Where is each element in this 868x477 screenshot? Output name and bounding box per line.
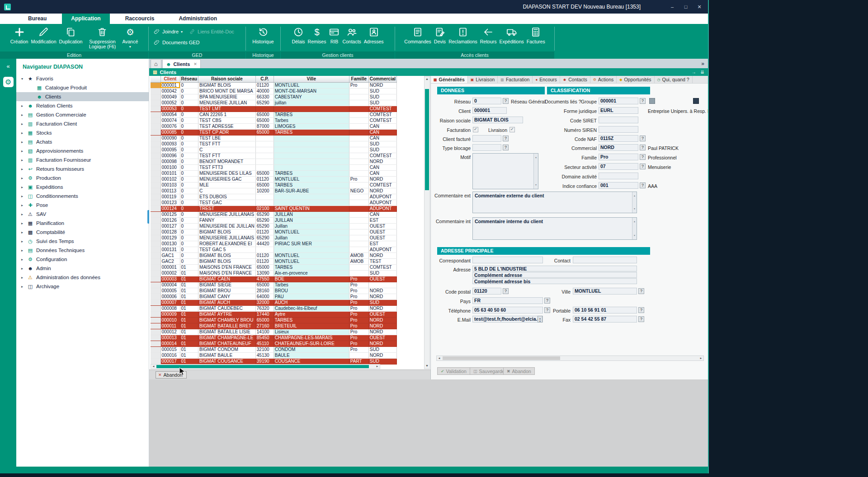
scroll-right-arrow[interactable]: ► [375, 365, 380, 369]
row-selector[interactable] [151, 241, 160, 247]
grid-cell[interactable]: 000001 [160, 264, 180, 270]
grid-cell[interactable]: 01120 [255, 258, 274, 264]
domaine-activite-input[interactable] [599, 173, 638, 179]
row-selector[interactable] [151, 153, 160, 159]
tab-overflow-button[interactable]: » [701, 61, 704, 67]
grid-cell[interactable]: 32000 [255, 299, 274, 305]
grid-cell[interactable]: OUEST [368, 276, 396, 282]
grid-cell[interactable]: NORD [368, 323, 396, 329]
column-header-raison-sociale[interactable]: Raison sociale [198, 76, 256, 82]
group-grid-button[interactable] [649, 98, 655, 104]
sidebar-item-favoris[interactable]: ▾★Favoris [16, 74, 149, 83]
groupe-input[interactable]: 000001 [599, 98, 638, 104]
grid-cell[interactable]: JUILLAN [274, 211, 349, 217]
grid-cell[interactable] [349, 147, 368, 153]
table-row[interactable]: 0001240TREST02100SAINT QUENTINADUPONT [151, 206, 397, 211]
grid-cell[interactable]: 39190 [255, 358, 274, 364]
grid-cell[interactable]: TEST CBS [198, 117, 256, 123]
table-row[interactable]: 0001030MLE65000TARBESCOMTEST [151, 182, 397, 188]
table-row[interactable]: 0001020MENUISERIES GAC01120MONTLUELProNO… [151, 176, 397, 182]
grid-cell[interactable]: GAC1 [160, 253, 180, 258]
grid-cell[interactable]: COMTEST [368, 117, 396, 123]
grid-cell[interactable] [349, 159, 368, 164]
row-selector[interactable] [151, 258, 160, 264]
grid-cell[interactable]: BIGMAT BATAILLE LISIE [198, 329, 256, 335]
grid-cell[interactable]: TEST LMT [198, 106, 256, 112]
grid-cell[interactable]: ADUPONT [368, 247, 396, 253]
row-selector[interactable] [151, 217, 160, 223]
grid-cell[interactable]: 000093 [160, 141, 180, 147]
row-selector[interactable] [151, 117, 160, 123]
grid-cell[interactable]: 65000 [255, 317, 274, 323]
column-header-client[interactable]: Client [160, 76, 180, 82]
grid-cell[interactable] [349, 153, 368, 159]
grid-cell[interactable]: CAN [368, 123, 396, 129]
table-row[interactable]: 0000540CAN 22265 165000TARBESCOMTEST [151, 112, 397, 117]
grid-cell[interactable]: 01 [180, 270, 198, 276]
sidebar-item-pose[interactable]: ▸✚Pose [16, 201, 149, 210]
grid-cell[interactable]: NORD [368, 341, 396, 346]
grid-cell[interactable]: 65000 [255, 182, 274, 188]
chevron-right-icon[interactable]: ▸ [20, 276, 24, 280]
correspondant-input[interactable] [472, 257, 543, 263]
table-row[interactable]: 0000420BRICO MONT DE MARSA40000MONT-DE-M… [151, 88, 397, 94]
grid-cell[interactable] [349, 229, 368, 235]
row-selector[interactable] [151, 82, 160, 88]
ville-input[interactable]: MONTLUEL [573, 288, 637, 295]
grid-cell[interactable]: SAINT QUENTIN [274, 206, 349, 211]
grid-cell[interactable]: 01 [180, 294, 198, 299]
scroll-thumb[interactable] [425, 89, 429, 190]
table-row[interactable]: 0000900TEST LBECAN [151, 135, 397, 141]
grid-cell[interactable]: NEGO [349, 188, 368, 194]
grid-cell[interactable]: BIGMAT BLOIS [198, 258, 256, 264]
contact-input[interactable] [573, 257, 637, 263]
grid-cell[interactable] [255, 200, 274, 206]
grid-cell[interactable]: MONT-DE-MARSAN [274, 88, 349, 94]
chevron-down-icon[interactable]: ▾ [20, 77, 24, 81]
grid-cell[interactable]: TEST FTT [198, 141, 256, 147]
grid-cell[interactable]: 40000 [255, 88, 274, 94]
grid-cell[interactable] [349, 352, 368, 358]
sidebar-item-clients[interactable]: ☻Clients [16, 92, 149, 101]
grid-cell[interactable]: 000049 [160, 94, 180, 100]
grid-cell[interactable]: AMOB [349, 253, 368, 258]
grid-cell[interactable]: TEST CP ADR [198, 129, 256, 135]
table-row[interactable]: 00001101BIGMAT BATAILLE BRET27160BRETEUI… [151, 323, 397, 329]
grid-cell[interactable]: 000074 [160, 117, 180, 123]
grid-cell[interactable]: SUD [368, 346, 396, 352]
scroll-right-arrow[interactable]: ► [698, 356, 703, 360]
grid-cell[interactable]: 0 [180, 141, 198, 147]
grid-cell[interactable]: Pro [349, 341, 368, 346]
chevron-right-icon[interactable]: ▸ [20, 194, 24, 198]
grid-cell[interactable]: BIGMAT COUSANCE [198, 358, 256, 364]
code-postal-input[interactable]: 01120 [472, 288, 501, 295]
grid-cell[interactable]: 65000 [255, 117, 274, 123]
grid-cell[interactable] [349, 88, 368, 94]
historique-button[interactable]: Historique [251, 25, 275, 45]
grid-cell[interactable]: Pro [349, 82, 368, 88]
grid-cell[interactable]: 0 [180, 206, 198, 211]
row-selector[interactable] [151, 100, 160, 106]
grid-cell[interactable]: BIGMAT AYTRE [198, 311, 256, 317]
grid-cell[interactable]: ROBERT ALEXANDRE EI [198, 241, 256, 247]
row-selector[interactable] [151, 358, 160, 364]
sidebar-item-stocks[interactable]: ▸▦Stocks [16, 128, 149, 137]
grid-cell[interactable]: 65290 [255, 223, 274, 229]
livraison-checkbox[interactable] [509, 127, 515, 132]
grid-cell[interactable]: CHAMPAGNE-LES-MARAIS [274, 335, 349, 341]
grid-cell[interactable]: EST [368, 217, 396, 223]
column-header-reseau[interactable]: Réseau [180, 76, 198, 82]
grid-cell[interactable]: BENOIT MORANDET [198, 159, 256, 164]
grid-cell[interactable]: SUD [368, 94, 396, 100]
grid-cell[interactable]: SUD [368, 299, 396, 305]
grid-cell[interactable]: 0 [180, 164, 198, 170]
commentaire-ext-textarea[interactable]: Commentaire externe du client ▲▼ [472, 192, 637, 213]
grid-cell[interactable]: Pro [349, 317, 368, 323]
grid-cell[interactable]: TEST ADRESSE [198, 123, 256, 129]
scroll-up-arrow[interactable]: ▲ [425, 76, 429, 82]
grid-cell[interactable]: 13090 [255, 270, 274, 276]
grid-cell[interactable]: 02100 [255, 206, 274, 211]
abandon-button[interactable]: ✖Abandon [503, 367, 535, 375]
grid-cell[interactable]: BIGMAT SIEGE [198, 282, 256, 288]
tab-clients[interactable]: ☻ Clients ✕ [162, 59, 201, 68]
